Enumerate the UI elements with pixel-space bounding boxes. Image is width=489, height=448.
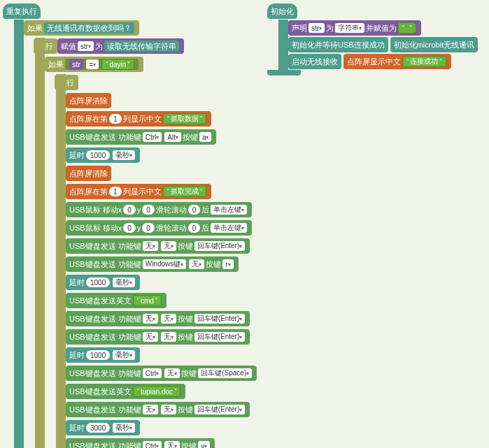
delay-ms[interactable]: 1000: [86, 350, 110, 360]
declare-var-dd[interactable]: str: [309, 23, 325, 33]
var-str-reporter[interactable]: str: [69, 59, 83, 70]
repeat-forever-block[interactable]: 重复执行: [3, 3, 41, 19]
usb-func-key-block[interactable]: USB键盘发送 功能键无无按键回车键(Enter): [66, 402, 250, 417]
delay-block[interactable]: 延时3000毫秒: [66, 420, 140, 435]
usb-func-key-block[interactable]: USB键盘发送 功能键CtrlAlt按键a: [66, 129, 216, 145]
wireless-has-data-reporter[interactable]: 无线通讯有数据收到吗？: [44, 22, 134, 34]
key3-dd[interactable]: 回车键(Enter): [194, 405, 246, 414]
inner-block-list: 点阵屏清除点阵屏在第1列显示中文抓取数据USB键盘发送 功能键CtrlAlt按键…: [66, 92, 257, 448]
init-usb-block[interactable]: 初始化并等待USB连接成功: [288, 37, 388, 52]
string-dayin[interactable]: dayin: [101, 59, 134, 70]
delay-unit-dd[interactable]: 毫秒: [113, 423, 135, 433]
key1-dd[interactable]: 无: [143, 314, 158, 324]
if-block-2[interactable]: 如果 str = dayin: [45, 57, 143, 72]
main-stack: 重复执行 如果 无线通讯有数据收到吗？ 执行 赋值 str: [3, 3, 257, 448]
read-wireless-string[interactable]: 读取无线传输字符串: [104, 41, 179, 52]
key3-dd[interactable]: r: [222, 259, 233, 269]
key1-dd[interactable]: 无: [143, 332, 158, 342]
key1-dd[interactable]: Ctrl: [143, 368, 162, 378]
key2-dd[interactable]: Alt: [164, 132, 181, 142]
delay-unit-dd[interactable]: 毫秒: [113, 350, 135, 360]
key3-dd[interactable]: a: [199, 132, 212, 142]
delay-block[interactable]: 延时1000毫秒: [66, 147, 140, 163]
mouse-y[interactable]: 0: [142, 223, 155, 233]
declare-block[interactable]: 声明 str 为 字符串 并赋值为: [288, 20, 421, 36]
delay-unit-dd[interactable]: 毫秒: [113, 277, 135, 287]
mouse-wheel[interactable]: 0: [188, 205, 201, 215]
key1-dd[interactable]: 无: [143, 241, 158, 251]
key3-dd[interactable]: 回车键(Enter): [194, 241, 246, 251]
key3-dd[interactable]: v: [198, 441, 210, 448]
matrix-block[interactable]: 点阵屏在第1列显示中文抓取数据: [66, 111, 211, 127]
init-stack: 初始化 声明 str 为 字符串 并赋值为 初始化并等待USB连接成功 初始化m…: [267, 3, 489, 75]
mouse-wheel[interactable]: 0: [188, 223, 201, 233]
key2-dd[interactable]: 无: [161, 332, 176, 342]
usb-func-key-block[interactable]: USB键盘发送 功能键无无按键回车键(Enter): [66, 311, 250, 326]
key2-dd[interactable]: 无: [189, 259, 204, 269]
delay-block[interactable]: 延时1000毫秒: [66, 275, 140, 290]
col-num[interactable]: 1: [109, 114, 122, 124]
assign-block[interactable]: 赋值 str 为 读取无线传输字符串: [57, 38, 184, 54]
matrix-text[interactable]: 抓取数据: [163, 113, 207, 124]
mouse-x[interactable]: 0: [123, 205, 136, 215]
usb-func-key-block[interactable]: USB键盘发送 功能键Ctrl无按键回车键(Space): [66, 366, 257, 381]
delay-unit-dd[interactable]: 毫秒: [113, 150, 135, 160]
key3-dd[interactable]: 回车键(Space): [198, 368, 252, 378]
start-wireless-rx-block[interactable]: 启动无线接收: [288, 54, 341, 69]
key2-dd[interactable]: 无: [161, 405, 176, 414]
matrix-text[interactable]: 抓取完成: [163, 186, 207, 197]
usb-func-key-block[interactable]: USB键盘发送 功能键无无按键回车键(Enter): [66, 238, 250, 254]
declare-init-str[interactable]: [398, 22, 416, 34]
declare-type-dd[interactable]: 字符串: [335, 23, 364, 33]
key1-dd[interactable]: Ctrl: [143, 441, 162, 448]
usb-text[interactable]: cmd: [133, 295, 162, 306]
key1-dd[interactable]: 无: [143, 405, 158, 414]
usb-func-key-block[interactable]: USB键盘发送 功能键无无按键回车键(Enter): [66, 329, 250, 345]
matrix-block[interactable]: 点阵屏清除: [66, 93, 111, 108]
usb-func-key-block[interactable]: USB键盘发送 功能键Windows键无按键r: [66, 256, 239, 272]
matrix-show-connect-ok[interactable]: 点阵屏显示中文 连接成功: [343, 54, 451, 69]
usb-func-key-block[interactable]: USB键盘发送 功能键Ctrl无按键v: [66, 438, 215, 448]
var-dropdown[interactable]: str: [78, 41, 94, 51]
equals-condition[interactable]: str = dayin: [65, 59, 139, 70]
delay-ms[interactable]: 1000: [86, 150, 110, 160]
repeat-label: 重复执行: [6, 6, 37, 17]
delay-block[interactable]: 延时1000毫秒: [66, 347, 140, 363]
init-microbit-block[interactable]: 初始化microbit无线通讯: [390, 37, 479, 52]
key3-dd[interactable]: 回车键(Enter): [194, 314, 246, 324]
key1-dd[interactable]: Ctrl: [143, 132, 162, 142]
key3-dd[interactable]: 回车键(Enter): [194, 332, 246, 342]
col-num[interactable]: 1: [109, 187, 122, 196]
matrix-block[interactable]: 点阵屏在第1列显示中文抓取完成: [66, 184, 211, 199]
key2-dd[interactable]: 无: [164, 368, 180, 378]
matrix-block[interactable]: 点阵屏清除: [66, 166, 111, 181]
delay-ms[interactable]: 1000: [86, 277, 110, 287]
key2-dd[interactable]: 无: [161, 314, 176, 324]
delay-ms[interactable]: 3000: [86, 423, 110, 433]
usb-mouse-block[interactable]: USB鼠标 移动x0y0滑轮滚动0后单击左键: [66, 220, 252, 236]
init-hat[interactable]: 初始化: [267, 3, 297, 19]
key2-dd[interactable]: 无: [161, 241, 176, 251]
op-dropdown[interactable]: =: [86, 59, 99, 69]
string-connect-ok[interactable]: 连接成功: [402, 56, 446, 67]
usb-send-text-block[interactable]: USB键盘发送英文cmd: [66, 293, 166, 308]
usb-mouse-block[interactable]: USB鼠标 移动x0y0滑轮滚动0后单击左键: [66, 202, 252, 217]
mouse-action-dd[interactable]: 单击左键: [211, 205, 247, 215]
if-label: 如果: [27, 23, 43, 34]
mouse-y[interactable]: 0: [142, 205, 155, 215]
mouse-x[interactable]: 0: [123, 223, 136, 233]
usb-send-text-block[interactable]: USB键盘发送英文tupian.doc: [66, 384, 185, 399]
key1-dd[interactable]: Windows键: [143, 259, 187, 269]
usb-text[interactable]: tupian.doc: [133, 386, 181, 397]
key2-dd[interactable]: 无: [164, 441, 180, 448]
if-block-1[interactable]: 如果 无线通讯有数据收到吗？: [24, 20, 139, 36]
mouse-action-dd[interactable]: 单击左键: [211, 223, 247, 233]
